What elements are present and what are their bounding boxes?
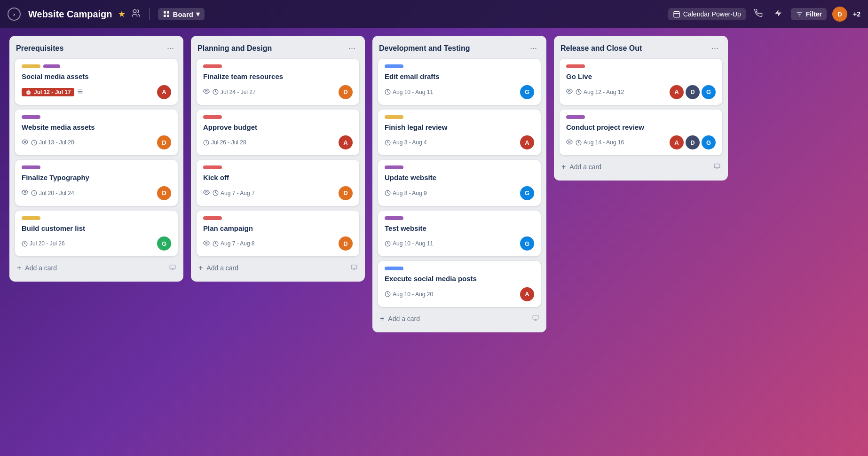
date-value: Aug 3 - Aug 4 [393, 139, 427, 146]
date-value: Aug 7 - Aug 8 [221, 240, 255, 247]
avatar[interactable]: G [520, 236, 534, 251]
avatar[interactable]: A [520, 287, 534, 301]
card-avatars: G [157, 236, 171, 251]
card-update-website[interactable]: Update websiteAug 8 - Aug 9G [378, 160, 541, 206]
card-tag [203, 165, 222, 169]
user-avatar[interactable]: D [832, 7, 847, 22]
card-kick-off[interactable]: Kick offAug 7 - Aug 7D [197, 160, 359, 206]
date-value: Aug 10 - Aug 11 [393, 89, 433, 95]
card-meta-website-media: Jul 13 - Jul 20 [22, 139, 74, 147]
svg-rect-4 [167, 15, 169, 17]
date-text: Aug 7 - Aug 7 [213, 190, 255, 197]
avatar[interactable]: G [702, 85, 716, 99]
sidebar-toggle[interactable]: › [8, 8, 21, 21]
card-tags-build-customer [22, 216, 171, 220]
card-meta-approve-budget: Jul 26 - Jul 28 [203, 139, 246, 146]
avatar[interactable]: D [339, 85, 353, 99]
card-footer-conduct-review: Aug 14 - Aug 16ADG [566, 135, 716, 149]
card-title-conduct-review: Conduct project review [566, 123, 716, 132]
members-icon[interactable] [131, 8, 141, 20]
card-footer-website-media: Jul 13 - Jul 20D [22, 135, 171, 149]
card-edit-email[interactable]: Edit email draftsAug 10 - Aug 11G [378, 59, 541, 105]
card-approve-budget[interactable]: Approve budgetJul 26 - Jul 28A [197, 110, 359, 156]
column-menu-planning-design[interactable]: ··· [346, 42, 358, 54]
svg-rect-1 [164, 11, 166, 14]
extra-members-count[interactable]: +2 [853, 10, 860, 18]
avatar[interactable]: D [686, 135, 700, 149]
card-execute-social[interactable]: Execute social media postsAug 10 - Aug 2… [378, 261, 541, 307]
card-finish-legal[interactable]: Finish legal reviewAug 3 - Aug 4A [378, 110, 541, 156]
card-plan-campaign[interactable]: Plan campaignAug 7 - Aug 8D [197, 211, 359, 257]
board-view-label: Board [173, 10, 193, 18]
lightning-icon[interactable] [771, 7, 785, 22]
date-badge: ⏰Jul 12 - Jul 17 [22, 88, 74, 96]
card-title-update-website: Update website [385, 173, 534, 182]
card-meta-plan-campaign: Aug 7 - Aug 8 [203, 240, 255, 248]
calendar-powerup-button[interactable]: Calendar Power-Up [668, 8, 746, 20]
avatar[interactable]: G [520, 186, 534, 200]
date-text: Aug 8 - Aug 9 [385, 190, 427, 197]
card-avatars: ADG [670, 85, 716, 99]
svg-rect-5 [674, 12, 679, 17]
card-tags-conduct-review [566, 115, 716, 119]
card-avatars: G [520, 85, 534, 99]
column-menu-release-closeout[interactable]: ··· [709, 42, 721, 54]
card-finalize-typography[interactable]: Finalize TypographyJul 20 - Jul 24D [15, 160, 178, 206]
card-tags-execute-social [385, 267, 534, 270]
add-card-button-development-testing[interactable]: + Add a card [378, 312, 541, 326]
date-value: Jul 13 - Jul 20 [39, 139, 74, 146]
notification-icon[interactable] [751, 7, 765, 22]
card-build-customer[interactable]: Build customer listJul 20 - Jul 26G [15, 211, 178, 257]
avatar[interactable]: G [520, 85, 534, 99]
date-value: Jul 20 - Jul 24 [39, 190, 74, 197]
avatar[interactable]: A [670, 135, 684, 149]
column-menu-prerequisites[interactable]: ··· [164, 42, 177, 54]
card-template-icon [351, 264, 357, 272]
filter-button[interactable]: Filter [791, 8, 827, 20]
plus-icon: + [380, 314, 384, 323]
card-website-media[interactable]: Website media assetsJul 13 - Jul 20D [15, 110, 178, 156]
card-finalize-team[interactable]: Finalize team resourcesJul 24 - Jul 27D [197, 59, 359, 105]
avatar[interactable]: D [157, 186, 171, 200]
calendar-powerup-label: Calendar Power-Up [683, 10, 741, 18]
star-icon[interactable]: ★ [118, 9, 126, 19]
avatar[interactable]: A [157, 85, 171, 99]
avatar[interactable]: D [339, 186, 353, 200]
avatar[interactable]: A [339, 135, 353, 149]
card-social-media[interactable]: Social media assets⏰Jul 12 - Jul 17A [15, 59, 178, 105]
add-card-left: + Add a card [380, 314, 420, 323]
date-text: Aug 10 - Aug 20 [385, 291, 433, 298]
avatar[interactable]: A [520, 135, 534, 149]
column-menu-development-testing[interactable]: ··· [527, 42, 540, 54]
card-tags-finalize-typography [22, 165, 171, 169]
card-title-finalize-typography: Finalize Typography [22, 173, 171, 182]
avatar[interactable]: D [339, 236, 353, 251]
avatar[interactable]: G [157, 236, 171, 251]
date-text: Aug 14 - Aug 16 [576, 139, 624, 146]
date-text: Jul 20 - Jul 26 [22, 240, 65, 247]
card-conduct-review[interactable]: Conduct project reviewAug 14 - Aug 16ADG [560, 110, 722, 156]
add-card-button-prerequisites[interactable]: + Add a card [15, 261, 178, 275]
add-card-button-planning-design[interactable]: + Add a card [197, 261, 359, 275]
avatar[interactable]: D [157, 135, 171, 149]
avatar[interactable]: G [702, 135, 716, 149]
card-meta-kick-off: Aug 7 - Aug 7 [203, 189, 255, 197]
date-value: Jul 24 - Jul 27 [221, 89, 256, 95]
add-card-button-release-closeout[interactable]: + Add a card [560, 160, 722, 174]
card-footer-go-live: Aug 12 - Aug 12ADG [566, 85, 716, 99]
svg-point-18 [24, 191, 26, 193]
date-value: Aug 8 - Aug 9 [393, 190, 427, 197]
svg-marker-9 [775, 9, 781, 16]
add-card-label: Add a card [388, 315, 420, 322]
column-header-release-closeout: Release and Close Out ··· [560, 42, 722, 54]
board-view-button[interactable]: Board ▾ [158, 8, 205, 20]
card-title-kick-off: Kick off [203, 173, 353, 182]
avatar[interactable]: D [686, 85, 700, 99]
card-go-live[interactable]: Go LiveAug 12 - Aug 12ADG [560, 59, 722, 105]
card-footer-kick-off: Aug 7 - Aug 7D [203, 186, 353, 200]
card-meta-conduct-review: Aug 14 - Aug 16 [566, 139, 624, 147]
card-meta-test-website: Aug 10 - Aug 11 [385, 240, 433, 247]
avatar[interactable]: A [670, 85, 684, 99]
card-test-website[interactable]: Test websiteAug 10 - Aug 11G [378, 211, 541, 257]
date-value: Aug 14 - Aug 16 [584, 139, 624, 146]
